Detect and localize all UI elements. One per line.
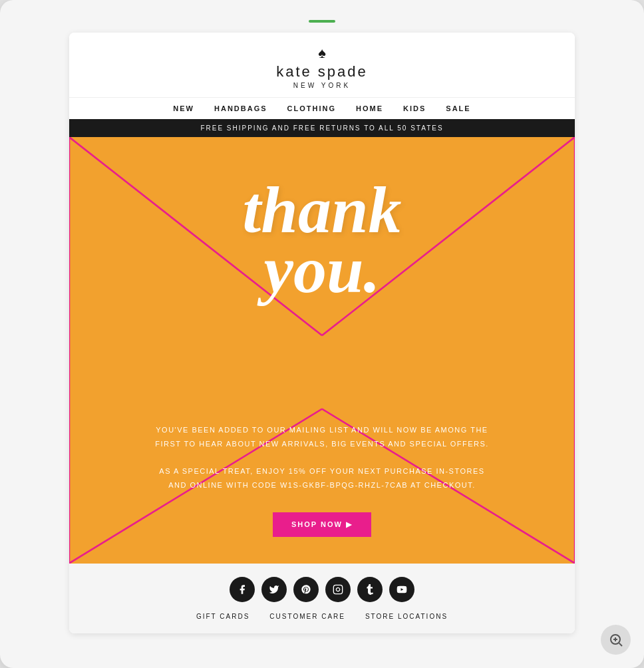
instagram-icon[interactable] — [325, 577, 351, 602]
top-indicator — [309, 20, 335, 23]
brand-spade-icon: ♠ — [82, 45, 562, 62]
store-locations-link[interactable]: STORE LOCATIONS — [365, 613, 448, 620]
footer-links-row: GIFT CARDS CUSTOMER CARE STORE LOCATIONS — [82, 613, 562, 620]
youtube-icon[interactable] — [389, 577, 414, 602]
thank-you-heading: thank you. — [69, 137, 575, 303]
nav-item-clothing[interactable]: CLOTHING — [287, 104, 336, 112]
nav-item-handbags[interactable]: HANDBAGS — [214, 104, 267, 112]
nav-item-sale[interactable]: SALE — [446, 104, 470, 112]
nav-item-home[interactable]: HOME — [356, 104, 383, 112]
nav-item-kids[interactable]: KIDS — [403, 104, 426, 112]
device-frame: ♠ kate spade NEW YORK NEW HANDBAGS CLOTH… — [0, 0, 644, 668]
mailing-list-text: YOU'VE BEEN ADDED TO OUR MAILING LIST AN… — [149, 423, 495, 451]
banner-text: FREE SHIPPING AND FREE RETURNS TO ALL 50… — [200, 124, 443, 132]
gift-cards-link[interactable]: GIFT CARDS — [196, 613, 249, 620]
thank-you-line2: you. — [69, 237, 575, 303]
nav-item-new[interactable]: NEW — [173, 104, 194, 112]
tumblr-icon[interactable] — [357, 577, 383, 602]
email-footer: GIFT CARDS CUSTOMER CARE STORE LOCATIONS — [69, 564, 575, 633]
email-header: ♠ kate spade NEW YORK — [69, 33, 575, 97]
brand-name: kate spade — [276, 63, 368, 80]
shipping-banner: FREE SHIPPING AND FREE RETURNS TO ALL 50… — [69, 119, 575, 137]
email-container: ♠ kate spade NEW YORK NEW HANDBAGS CLOTH… — [69, 33, 575, 633]
promo-code-text: AS A SPECIAL TREAT, ENJOY 15% OFF YOUR N… — [149, 464, 495, 492]
envelope-hero: thank you. YOU'VE BEEN ADDED TO OUR MAIL… — [69, 137, 575, 564]
shop-now-button[interactable]: SHOP NOW ▶ — [273, 512, 371, 537]
envelope-body-content: YOU'VE BEEN ADDED TO OUR MAILING LIST AN… — [69, 303, 575, 564]
zoom-button[interactable] — [601, 625, 631, 655]
facebook-icon[interactable] — [230, 577, 255, 602]
svg-rect-6 — [333, 585, 342, 593]
social-icons-row — [82, 577, 562, 602]
pinterest-icon[interactable] — [293, 577, 319, 602]
brand-location: NEW YORK — [82, 82, 562, 89]
twitter-icon[interactable] — [261, 577, 287, 602]
main-nav: NEW HANDBAGS CLOTHING HOME KIDS SALE — [69, 97, 575, 119]
customer-care-link[interactable]: CUSTOMER CARE — [269, 613, 345, 620]
